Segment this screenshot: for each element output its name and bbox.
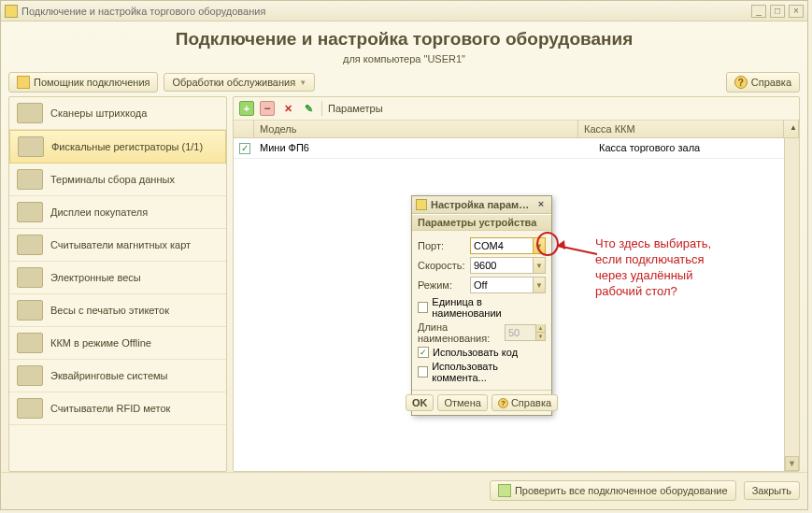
close-button[interactable]: Закрыть	[744, 481, 800, 500]
dialog-close-button[interactable]: ×	[534, 198, 548, 211]
remove-device-button[interactable]: −	[260, 101, 275, 116]
display-icon	[17, 202, 43, 222]
main-toolbar: Помощник подключения Обработки обслужива…	[1, 68, 807, 96]
table-header: Модель Касса ККМ ▲	[234, 121, 799, 138]
mode-label: Режим:	[418, 279, 466, 291]
column-model[interactable]: Модель	[254, 121, 578, 137]
column-checkbox[interactable]	[234, 121, 254, 137]
check-icon	[498, 484, 511, 497]
name-length-stepper: ▲▼	[535, 324, 545, 341]
sidebar-item-fiscal-registers[interactable]: Фискальные регистраторы (1/1)	[9, 130, 226, 164]
dialog-title: Настройка парамет...	[431, 199, 534, 210]
device-toolbar: + − ✕ ✎ Параметры	[234, 97, 799, 121]
column-kassa[interactable]: Касса ККМ	[578, 121, 784, 137]
sidebar-item-label: Дисплеи покупателя	[50, 207, 148, 218]
help-button[interactable]: ? Справка	[726, 72, 800, 93]
speed-dropdown-icon[interactable]: ▼	[533, 258, 545, 273]
window-title: Подключение и настройка торгового оборуд…	[21, 6, 751, 17]
dialog-titlebar: Настройка парамет... ×	[412, 196, 551, 214]
edit-button[interactable]: ✎	[301, 101, 316, 116]
port-dropdown-icon[interactable]: ▼	[533, 238, 545, 253]
cell-model: Мини ФП6	[254, 140, 593, 155]
maximize-button[interactable]: □	[770, 5, 785, 18]
main-window: Подключение и настройка торгового оборуд…	[0, 0, 808, 510]
name-length-field: ▲▼	[505, 324, 546, 341]
use-comment-checkbox[interactable]	[418, 366, 428, 378]
row-checkbox[interactable]: ✓	[239, 143, 250, 154]
speed-label: Скорость:	[418, 260, 466, 271]
sidebar-item-label-scales[interactable]: Весы с печатью этикеток	[9, 294, 226, 327]
sidebar-item-label: ККМ в режиме Offline	[50, 337, 151, 349]
dialog-help-button[interactable]: ? Справка	[491, 394, 558, 411]
port-input[interactable]	[471, 240, 533, 251]
mode-dropdown-icon[interactable]: ▼	[533, 278, 545, 292]
footer: Проверить все подключенное оборудование …	[1, 472, 807, 508]
header: Подключение и настройка торгового оборуд…	[1, 21, 807, 68]
port-select[interactable]: ▼	[470, 237, 546, 254]
barcode-scanner-icon	[17, 103, 43, 123]
port-label: Порт:	[418, 240, 466, 251]
delete-button[interactable]: ✕	[280, 101, 295, 116]
mode-input[interactable]	[471, 279, 533, 291]
minimize-button[interactable]: _	[751, 5, 766, 18]
sidebar-item-label: Эквайринговые системы	[50, 370, 168, 381]
vertical-scrollbar[interactable]: ▼	[784, 138, 799, 471]
sidebar-item-label: Сканеры штрихкода	[50, 107, 147, 119]
speed-select[interactable]: ▼	[470, 257, 546, 274]
sidebar-item-card-readers[interactable]: Считыватели магнитных карт	[9, 229, 226, 262]
sidebar-item-label: Фискальные регистраторы (1/1)	[51, 141, 203, 152]
sidebar-item-label: Считыватели магнитных карт	[50, 239, 191, 250]
acquiring-icon	[17, 365, 43, 386]
service-processing-dropdown[interactable]: Обработки обслуживания ▼	[164, 73, 315, 92]
sidebar-item-rfid[interactable]: Считыватели RFID меток	[9, 392, 226, 425]
chevron-down-icon: ▼	[299, 78, 306, 87]
sidebar-item-label: Терминалы сбора данных	[50, 174, 175, 185]
use-code-checkbox[interactable]: ✓	[418, 347, 429, 358]
unit-in-name-label: Единица в наименовании	[432, 296, 546, 319]
titlebar: Подключение и настройка торгового оборуд…	[1, 1, 807, 21]
rfid-icon	[17, 398, 43, 419]
dialog-cancel-button[interactable]: Отмена	[437, 394, 487, 411]
cell-kassa: Касса торгового зала	[593, 140, 799, 155]
dialog-icon	[416, 199, 427, 210]
scales-icon	[17, 267, 43, 288]
sidebar-item-label: Весы с печатью этикеток	[50, 305, 169, 316]
page-subtitle: для компьютера "USER1"	[1, 53, 807, 64]
close-window-button[interactable]: ×	[789, 5, 804, 18]
settings-dialog: Настройка парамет... × Параметры устройс…	[411, 195, 552, 416]
name-length-input	[506, 327, 535, 338]
scroll-up-icon[interactable]: ▲	[784, 121, 799, 137]
sidebar-item-label: Электронные весы	[50, 272, 141, 283]
unit-in-name-checkbox[interactable]	[418, 302, 428, 313]
sidebar-item-customer-displays[interactable]: Дисплеи покупателя	[9, 196, 226, 229]
label-scales-icon	[17, 300, 43, 321]
fiscal-register-icon	[18, 136, 44, 157]
connection-wizard-button[interactable]: Помощник подключения	[8, 72, 158, 93]
scroll-down-icon[interactable]: ▼	[785, 456, 799, 471]
sidebar-item-barcode-scanners[interactable]: Сканеры штрихкода	[9, 97, 226, 130]
app-icon	[5, 5, 18, 18]
use-code-label: Использовать код	[433, 347, 518, 358]
sidebar-item-data-terminals[interactable]: Терминалы сбора данных	[9, 164, 226, 196]
sidebar-item-kkm-offline[interactable]: ККМ в режиме Offline	[9, 327, 226, 360]
check-all-equipment-button[interactable]: Проверить все подключенное оборудование	[490, 480, 736, 501]
table-row[interactable]: ✓ Мини ФП6 Касса торгового зала	[234, 138, 799, 159]
use-comment-label: Использовать коммента...	[432, 361, 546, 383]
card-reader-icon	[17, 235, 43, 255]
dialog-ok-button[interactable]: OK	[406, 394, 434, 411]
speed-input[interactable]	[471, 260, 533, 271]
sidebar-item-scales[interactable]: Электронные весы	[9, 262, 226, 294]
help-icon: ?	[498, 398, 508, 408]
kkm-icon	[17, 333, 43, 353]
add-device-button[interactable]: +	[239, 101, 254, 116]
mode-select[interactable]: ▼	[470, 277, 546, 293]
name-length-label: Длина наименования:	[418, 321, 501, 344]
wand-icon	[17, 76, 30, 89]
page-title: Подключение и настройка торгового оборуд…	[1, 29, 807, 50]
terminal-icon	[17, 169, 43, 190]
help-icon: ?	[734, 76, 748, 89]
sidebar-item-acquiring[interactable]: Эквайринговые системы	[9, 360, 226, 392]
dialog-section-header: Параметры устройства	[412, 214, 551, 231]
parameters-label[interactable]: Параметры	[328, 103, 383, 114]
sidebar-item-label: Считыватели RFID меток	[50, 403, 170, 414]
